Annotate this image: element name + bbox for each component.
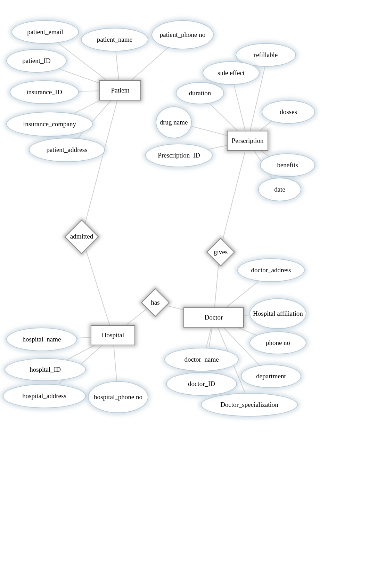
rel-has: has — [133, 287, 178, 318]
attr-hospital-name: hospital_name — [7, 328, 76, 351]
attr-side-effect: side effect — [203, 62, 259, 84]
attr-hospital-phone-no: hospital_phone no — [89, 382, 148, 412]
attr-patient-name: patient_name — [82, 29, 148, 51]
attr-doctor-specialization: Doctor_specialization — [202, 394, 297, 416]
attr-doctor-address: doctor_address — [238, 259, 304, 281]
attr-patient-address: patient_address — [30, 138, 104, 161]
attr-refillable: refillable — [236, 44, 295, 66]
rel-gives: gives — [198, 236, 243, 268]
attr-department: department — [241, 365, 301, 387]
attr-patient-id: patient_ID — [7, 50, 66, 72]
attr-dosses: dosses — [262, 101, 314, 123]
attr-insurance-id: insurance_ID — [10, 81, 78, 103]
attr-hospital-id: hospital_ID — [5, 359, 85, 380]
rel-admitted: admitted — [52, 219, 111, 254]
attr-benefits: benefits — [261, 154, 314, 176]
attr-drug-name: drug name — [156, 107, 191, 138]
attr-doctor-id: doctor_ID — [167, 373, 236, 395]
attr-prescription-id: Prescription_ID — [146, 144, 212, 167]
attr-insurance-company: Insurance_company — [7, 112, 92, 136]
rel-gives-label: gives — [198, 236, 243, 268]
entity-hospital: Hospital — [91, 326, 134, 345]
rel-has-label: has — [133, 287, 178, 318]
rel-admitted-label: admitted — [52, 219, 111, 254]
entity-prescription: Perscription — [228, 131, 268, 150]
attr-duration: duration — [177, 83, 223, 104]
attr-phone-no: phone no — [250, 332, 306, 354]
entity-patient: Patient — [100, 81, 140, 100]
entity-doctor: Doctor — [184, 308, 243, 327]
svg-line-23 — [220, 141, 248, 252]
attr-hospital-affiliation: Hospital affiliation — [250, 299, 306, 328]
attr-date: date — [259, 178, 301, 201]
attr-doctor-name: doctor_name — [165, 348, 238, 371]
attr-patient-phone-no: patient_phone no — [152, 21, 213, 49]
attr-hospital-address: hospital_address — [3, 385, 85, 408]
attr-patient-email: patient_email — [12, 21, 78, 43]
